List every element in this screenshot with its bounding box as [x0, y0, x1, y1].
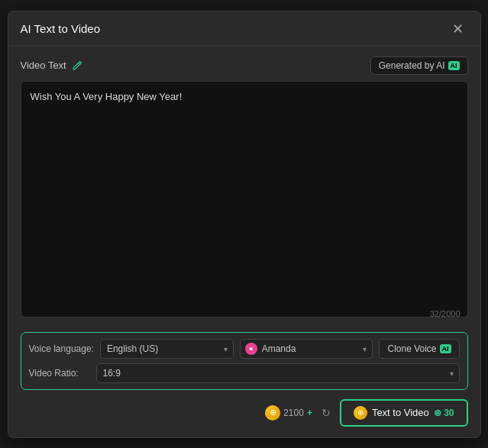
clone-voice-button[interactable]: Clone Voice AI: [379, 339, 459, 359]
footer-row: ⊕ 2100 + ↻ ⊕ Text to Video ⊛ 30: [21, 396, 468, 427]
credits-section: ⊕ 2100 +: [265, 405, 312, 421]
voice-language-select[interactable]: English (US): [100, 339, 234, 359]
video-text-label-row: Video Text: [21, 60, 83, 72]
credits-amount: 2100: [283, 408, 304, 418]
voice-name-wrapper: ● Amanda ▾: [240, 339, 373, 359]
clone-voice-ai-badge: AI: [440, 344, 451, 353]
controls-section: Voice language: English (US) ▾ ● Amanda …: [21, 332, 468, 390]
video-textarea[interactable]: Wish You A Very Happy New Year!: [21, 81, 468, 317]
close-button[interactable]: ✕: [448, 21, 468, 37]
video-ratio-label: Video Ratio:: [29, 368, 90, 379]
generated-by-ai-button[interactable]: Generated by AI AI: [370, 56, 468, 75]
char-count: 32/2000: [430, 309, 461, 318]
edit-icon: [71, 60, 83, 72]
title-bar-left: AI Text to Video: [21, 22, 101, 35]
video-ratio-select-wrapper: 16:9 ▾: [96, 363, 460, 383]
voice-language-label: Voice language:: [29, 343, 94, 354]
clone-voice-label: Clone Voice: [387, 343, 436, 354]
dialog-title: AI Text to Video: [21, 22, 101, 35]
voice-name-select[interactable]: Amanda: [240, 339, 373, 359]
text-to-video-button[interactable]: ⊕ Text to Video ⊛ 30: [340, 399, 468, 427]
text-to-video-cost: ⊛ 30: [434, 408, 454, 418]
ai-badge-sm: AI: [448, 61, 460, 70]
text-area-wrapper: Wish You A Very Happy New Year! 32/2000: [21, 81, 468, 324]
dialog: AI Text to Video ✕ Video Text Generated …: [8, 11, 481, 438]
voice-row: Voice language: English (US) ▾ ● Amanda …: [29, 339, 460, 359]
credits-plus-icon: +: [307, 408, 312, 418]
voice-language-select-wrapper: English (US) ▾: [100, 339, 234, 359]
generated-by-ai-label: Generated by AI: [379, 60, 445, 71]
dialog-content: Video Text Generated by AI AI Wish You A…: [8, 46, 480, 437]
video-ratio-select[interactable]: 16:9: [96, 363, 460, 383]
video-text-label: Video Text: [21, 60, 66, 71]
credits-coin-icon: ⊕: [265, 405, 280, 421]
ratio-row: Video Ratio: 16:9 ▾: [29, 363, 460, 383]
text-to-video-coin-icon: ⊕: [354, 406, 367, 420]
refresh-button[interactable]: ↻: [320, 405, 332, 421]
text-to-video-label: Text to Video: [372, 407, 429, 418]
video-text-header: Video Text Generated by AI AI: [21, 56, 468, 75]
title-bar: AI Text to Video ✕: [8, 11, 480, 46]
